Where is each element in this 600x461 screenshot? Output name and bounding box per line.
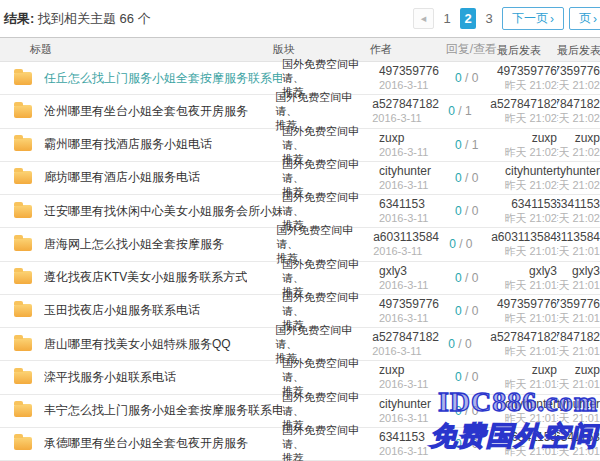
prev-page-button[interactable]: ◂	[413, 8, 434, 29]
author-link[interactable]: a527847182	[372, 330, 448, 344]
author-link[interactable]: 6341153	[379, 430, 455, 444]
post-date: 2016-3-11	[379, 311, 455, 325]
forum-link[interactable]: 国外免费空间申请、	[282, 356, 379, 384]
chevron-right-icon: ›	[593, 12, 597, 26]
forum-link[interactable]: 国外免费空间申请、	[282, 157, 379, 185]
page-number-3[interactable]: 3	[481, 8, 497, 29]
topic-list: 任丘怎么找上门服务小姐全套按摩服务联系电话 国外免费空间申请、 推荐 49735…	[0, 62, 600, 461]
author-link[interactable]: 497359776	[379, 297, 455, 311]
clipped-lastpost-column: a603113584 昨天 21:01	[557, 230, 600, 258]
result-summary: 结果: 找到相关主题 66 个	[4, 10, 151, 28]
topic-folder-icon	[14, 338, 32, 351]
author-link[interactable]: a527847182	[372, 97, 448, 111]
topic-folder-icon	[14, 404, 32, 417]
view-count: 0	[472, 71, 479, 85]
author-link[interactable]: gxly3	[379, 264, 455, 278]
post-date: 2016-3-11	[379, 211, 455, 225]
next-page-button[interactable]: 下一页 ›	[502, 7, 564, 30]
post-date: 2016-3-11	[379, 278, 455, 292]
col-header-lastpost: 最后发表	[497, 43, 557, 57]
topic-title-link[interactable]: 承德哪里有坐台小姐全套包夜开房服务	[44, 435, 248, 452]
author-link[interactable]: 497359776	[379, 64, 455, 78]
view-count: 0	[472, 171, 479, 185]
reply-count: 0	[455, 171, 462, 185]
last-page-button-clipped[interactable]: 页 ›	[569, 7, 600, 30]
forum-link[interactable]: 国外免费空间申请、	[282, 290, 379, 318]
author-link[interactable]: zuxp	[379, 363, 455, 377]
last-poster-link[interactable]: gxly3	[529, 264, 557, 278]
replies-views: 0 / 0	[455, 404, 497, 418]
result-count-text: 找到相关主题 66 个	[38, 11, 151, 26]
last-post-time: 昨天 21:02	[504, 111, 557, 125]
topic-title-link[interactable]: 沧州哪里有坐台小姐全套包夜开房服务	[44, 103, 248, 120]
reply-count: 0	[455, 404, 462, 418]
last-post-time: 昨天 21:01	[504, 311, 557, 325]
topic-title-link[interactable]: 遵化找夜店KTV美女小姐服务联系方式	[44, 269, 247, 286]
topic-title-link[interactable]: 唐海网上怎么找小姐全套按摩服务	[44, 236, 224, 253]
forum-link[interactable]: 国外免费空间申请、	[275, 90, 372, 118]
last-poster-link[interactable]: 497359776	[497, 64, 557, 78]
topic-folder-icon	[14, 437, 32, 450]
last-poster-link[interactable]: 6341153	[511, 430, 557, 444]
topic-folder-icon	[14, 304, 32, 317]
reply-count: 0	[455, 437, 462, 451]
last-post-time: 昨天 21:01	[504, 411, 557, 425]
table-row: 承德哪里有坐台小姐全套包夜开房服务 国外免费空间申请、 推荐 6341153 2…	[0, 428, 600, 461]
replies-views: 0 / 0	[455, 304, 497, 318]
clipped-lastpost-column: cityhunter 昨天 21:02	[557, 164, 600, 192]
last-poster-link[interactable]: a603113584	[491, 230, 557, 244]
author-link[interactable]: a603113584	[373, 230, 449, 244]
post-date: 2016-3-11	[372, 344, 448, 358]
topic-title-link[interactable]: 迁安哪里有找休闲中心美女小姐服务会所小妹联系方式	[44, 203, 282, 220]
forum-link-line2[interactable]: 推荐	[282, 451, 379, 461]
last-poster-link[interactable]: cityhunter	[505, 397, 557, 411]
topic-title-link[interactable]: 丰宁怎么找上门服务小姐全套按摩服务联系电话	[44, 402, 282, 419]
topic-title-link[interactable]: 廊坊哪里有酒店小姐服务电话	[44, 169, 200, 186]
col-header-replies: 回复/查看	[446, 41, 497, 58]
reply-count: 0	[455, 204, 462, 218]
author-link[interactable]: 6341153	[379, 197, 455, 211]
topic-title-link[interactable]: 玉田找夜店小姐服务联系电话	[44, 302, 200, 319]
forum-link[interactable]: 国外免费空间申请、	[282, 190, 379, 218]
page-number-2[interactable]: 2	[460, 8, 476, 29]
forum-link[interactable]: 国外免费空间申请、	[282, 124, 379, 152]
last-poster-link[interactable]: a527847182	[490, 330, 557, 344]
last-poster-link[interactable]: cityhunter	[505, 164, 557, 178]
replies-views: 0 / 0	[448, 337, 490, 351]
clipped-lastpost-column: a527847182 昨天 21:01	[557, 330, 600, 358]
topic-title-link[interactable]: 霸州哪里有找酒店服务小姐电话	[44, 136, 212, 153]
last-post-time: 昨天 21:01	[504, 278, 557, 292]
last-poster-link[interactable]: a527847182	[490, 97, 557, 111]
page-number-1[interactable]: 1	[439, 8, 455, 29]
last-poster-link[interactable]: zuxp	[532, 131, 557, 145]
forum-link[interactable]: 国外免费空间申请、	[282, 57, 379, 85]
replies-views: 0 / 0	[455, 370, 497, 384]
forum-link[interactable]: 国外免费空间申请、	[282, 390, 379, 418]
reply-count: 0	[455, 304, 462, 318]
topic-folder-icon	[14, 271, 32, 284]
page-number-list: 123	[439, 8, 497, 29]
topic-title-link[interactable]: 滦平找服务小姐联系电话	[44, 369, 176, 386]
last-poster-link[interactable]: 497359776	[497, 297, 557, 311]
last-post-time: 昨天 21:01	[504, 444, 557, 458]
last-poster-link[interactable]: zuxp	[532, 363, 557, 377]
topic-folder-icon	[14, 371, 32, 384]
topic-title-link[interactable]: 任丘怎么找上门服务小姐全套按摩服务联系电话	[44, 70, 282, 87]
author-link[interactable]: cityhunter	[379, 164, 455, 178]
author-link[interactable]: zuxp	[379, 131, 455, 145]
replies-views: 0 / 0	[455, 171, 497, 185]
view-count: 0	[465, 337, 472, 351]
forum-link[interactable]: 国外免费空间申请、	[282, 423, 379, 451]
topic-title-link[interactable]: 唐山哪里有找美女小姐特殊服务QQ	[44, 336, 231, 353]
view-count: 0	[472, 271, 479, 285]
forum-link[interactable]: 国外免费空间申请、	[276, 223, 373, 251]
topic-folder-icon	[14, 105, 32, 118]
author-link[interactable]: cityhunter	[379, 397, 455, 411]
forum-link[interactable]: 国外免费空间申请、	[282, 257, 379, 285]
forum-link[interactable]: 国外免费空间申请、	[275, 323, 372, 351]
post-date: 2016-3-11	[379, 444, 455, 458]
last-poster-link[interactable]: 6341153	[511, 197, 557, 211]
replies-views: 0 / 1	[448, 104, 490, 118]
view-count: 1	[472, 138, 479, 152]
clipped-lastpost-column: zuxp 昨天 21:01	[557, 363, 600, 391]
